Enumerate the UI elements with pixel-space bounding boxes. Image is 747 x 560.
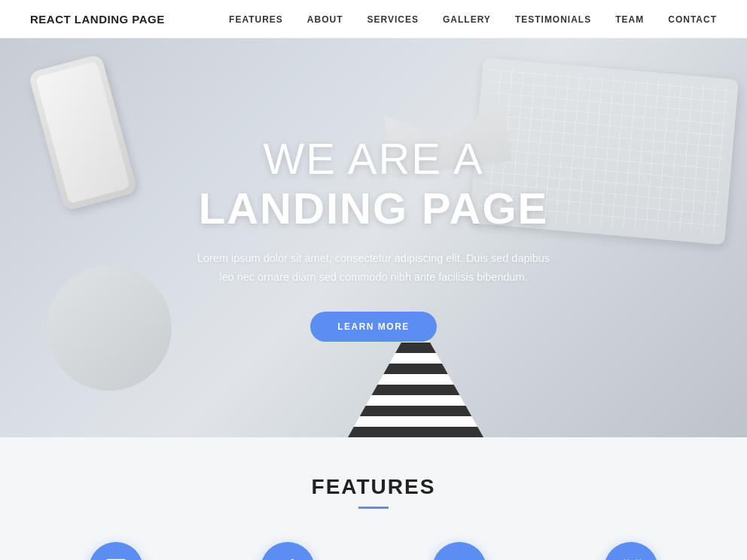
magic-wand-icon	[619, 557, 643, 560]
hero-coffee-decoration	[60, 279, 158, 377]
feature-magic-icon-wrap	[604, 542, 658, 560]
hero-section: WE ARE A LANDING PAGE Lorem ipsum dolor …	[0, 38, 747, 437]
hero-subtitle: Lorem ipsum dolor sit amet, consectetur …	[189, 249, 558, 286]
nav-item-contact[interactable]: CONTACT	[668, 12, 717, 26]
nav-item-testimonials[interactable]: TESTIMONIALS	[515, 12, 591, 26]
team-icon	[447, 557, 471, 560]
hero-title: WE ARE A LANDING PAGE	[189, 134, 558, 234]
nav-link-contact[interactable]: CONTACT	[668, 14, 717, 25]
navbar: REACT LANDING PAGE FEATURES ABOUT SERVIC…	[0, 0, 747, 38]
nav-link-about[interactable]: ABOUT	[307, 14, 343, 25]
features-section: FEATURES	[0, 437, 747, 560]
nav-item-team[interactable]: TEAM	[615, 12, 644, 26]
hero-cta-button[interactable]: LEARN MORE	[310, 312, 437, 342]
nav-link-features[interactable]: FEATURES	[229, 14, 283, 25]
nav-item-services[interactable]: SERVICES	[367, 12, 419, 26]
hero-title-line1: WE ARE A	[263, 134, 483, 183]
nav-link-services[interactable]: SERVICES	[367, 14, 419, 25]
nav-item-features[interactable]: FEATURES	[229, 12, 283, 26]
feature-team-icon-wrap	[432, 542, 486, 560]
hero-content: WE ARE A LANDING PAGE Lorem ipsum dolor …	[189, 134, 558, 342]
nav-link-testimonials[interactable]: TESTIMONIALS	[515, 14, 591, 25]
hero-title-line2: LANDING PAGE	[199, 184, 548, 233]
megaphone-icon	[276, 557, 300, 560]
navbar-brand[interactable]: REACT LANDING PAGE	[30, 13, 165, 26]
features-icons-row	[30, 542, 717, 560]
features-title: FEATURES	[30, 475, 717, 499]
nav-link-team[interactable]: TEAM	[615, 14, 644, 25]
nav-item-about[interactable]: ABOUT	[307, 12, 343, 26]
feature-megaphone-icon-wrap	[261, 542, 315, 560]
chat-icon	[104, 557, 128, 560]
nav-item-gallery[interactable]: GALLERY	[443, 12, 491, 26]
feature-chat-icon-wrap	[89, 542, 143, 560]
navbar-links: FEATURES ABOUT SERVICES GALLERY TESTIMON…	[229, 12, 717, 26]
nav-link-gallery[interactable]: GALLERY	[443, 14, 491, 25]
features-underline	[358, 507, 389, 509]
